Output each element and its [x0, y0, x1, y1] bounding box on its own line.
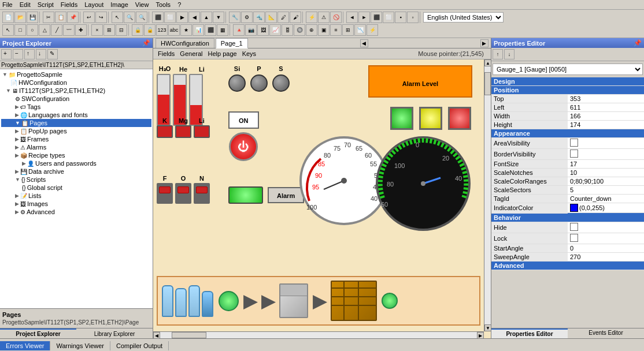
tb-b13[interactable]: ⚡	[306, 12, 317, 23]
prop-height-value[interactable]: 174	[568, 121, 644, 129]
tb2-b5[interactable]: ╱	[51, 24, 62, 36]
pe-btn4[interactable]: ↓	[36, 49, 46, 59]
language-select[interactable]: English (United States)	[423, 12, 504, 23]
vscroll-down[interactable]: ▼	[484, 324, 491, 331]
hscroll-left[interactable]: ◀	[153, 332, 160, 338]
tb-b8[interactable]: ⚙	[241, 12, 253, 23]
menu-image[interactable]: Image	[110, 1, 128, 8]
tb2-b15[interactable]: ★	[180, 24, 192, 36]
tree-global[interactable]: {} Global script	[1, 184, 151, 192]
bottom-tab-compiler[interactable]: Compiler Output	[110, 341, 169, 350]
tb-b18[interactable]: ⬛	[371, 12, 382, 23]
prop-startangle-value[interactable]: 0	[568, 244, 644, 252]
tb2-b20[interactable]: 📷	[245, 24, 257, 36]
general-link[interactable]: General	[177, 50, 205, 58]
tb-b6[interactable]: ▼	[213, 12, 224, 23]
prop-scalenotches-value[interactable]: 10	[568, 169, 644, 177]
knob-si[interactable]	[228, 74, 246, 92]
tab-nav-right[interactable]: ▶	[480, 39, 488, 47]
tb2-b10[interactable]: ⊟	[116, 24, 127, 36]
tb2-b27[interactable]: ≡	[330, 24, 342, 36]
power-button[interactable]: ⏻	[229, 132, 258, 161]
prop-scalesectors-value[interactable]: 5	[568, 186, 644, 195]
hscroll-track[interactable]	[160, 332, 477, 338]
prop-lock-value[interactable]	[568, 233, 644, 244]
tree-langfonts[interactable]: ▶ 🌐 Languages and fonts	[1, 111, 151, 119]
prop-areavis-value[interactable]	[568, 138, 644, 149]
tb-b9[interactable]: 🔩	[253, 12, 265, 23]
tree-popup[interactable]: ▶ 📋 PopUp pages	[1, 127, 151, 135]
fields-link[interactable]: Fields	[156, 50, 177, 58]
tree-scripts[interactable]: ▼ {} Scripts	[1, 176, 151, 184]
tb2-b4[interactable]: △	[39, 24, 50, 36]
tb2-b13[interactable]: 123	[156, 24, 168, 36]
hw-btn-mg[interactable]	[175, 125, 191, 138]
tb2-b9[interactable]: ⊞	[103, 24, 115, 36]
menu-edit[interactable]: Edit	[20, 1, 31, 8]
tb-b19[interactable]: ⬜	[383, 12, 394, 23]
tb-copy[interactable]: 📋	[55, 12, 66, 23]
prop-top-value[interactable]: 353	[568, 95, 644, 103]
ind-light-green[interactable]	[390, 107, 413, 130]
tb-paste[interactable]: 📌	[67, 12, 79, 23]
tb2-b2[interactable]: □	[14, 24, 26, 36]
toggle-n[interactable]	[194, 183, 210, 204]
indicator-color-box[interactable]	[570, 204, 578, 212]
tree-frames[interactable]: ▶ 🖼 Frames	[1, 135, 151, 143]
props-object-select[interactable]: Gauge_1 [Gauge] [0050]	[493, 64, 643, 75]
tab-nav-left[interactable]: ◀	[360, 39, 368, 47]
tb2-b24[interactable]: 🔘	[294, 24, 305, 36]
tree-advanced[interactable]: ▶ ⚙ Advanced	[1, 208, 151, 216]
tb-save[interactable]: 💾	[27, 12, 38, 23]
tb-zoom-out[interactable]: 🔍	[136, 12, 147, 23]
menu-tools[interactable]: Tools	[156, 1, 171, 8]
tb2-b25[interactable]: ⊕	[306, 24, 317, 36]
prop-scalecolorranges-value[interactable]: 0;80;90;100	[568, 177, 644, 186]
tab-library-explorer[interactable]: Library Explorer	[76, 328, 153, 338]
helppage-link[interactable]: Help page	[205, 50, 239, 58]
tb2-b22[interactable]: 📈	[269, 24, 281, 36]
tree-hwconfig[interactable]: 📄 HWConfiguration	[1, 79, 151, 87]
ind-light-red[interactable]	[448, 107, 471, 130]
hscroll-thumb[interactable]	[172, 332, 206, 338]
tb-b2[interactable]: ⬜	[164, 12, 176, 23]
lock-checkbox[interactable]	[570, 234, 578, 242]
knob-s[interactable]	[272, 74, 290, 92]
pe-btn2[interactable]: −	[13, 49, 23, 59]
prop-width-value[interactable]: 166	[568, 112, 644, 121]
prop-tagid-value[interactable]: Counter_down	[568, 195, 644, 203]
menu-view[interactable]: View	[135, 1, 149, 8]
tree-data[interactable]: ▶ 💾 Data archive	[1, 167, 151, 176]
tb-b4[interactable]: ◀	[188, 12, 200, 23]
hscroll-right[interactable]: ▶	[477, 332, 484, 338]
tb2-b26[interactable]: ▣	[318, 24, 330, 36]
menu-file[interactable]: File	[2, 1, 13, 8]
prop-indicatorcolor-value[interactable]: (0,0,255)	[568, 203, 644, 213]
tb2-b21[interactable]: 🖼	[257, 24, 269, 36]
pe-btn5[interactable]: ✎	[47, 49, 58, 59]
prop-hide-value[interactable]	[568, 222, 644, 233]
tb2-b8[interactable]: ×	[91, 24, 103, 36]
tb-cut[interactable]: ✂	[43, 12, 54, 23]
menu-layout[interactable]: Layout	[84, 1, 103, 8]
tb2-b23[interactable]: 🎛	[282, 24, 293, 36]
tree-it112[interactable]: ▼ 🖥 IT112T(SP1,SP2,ETH1,ETH2)	[1, 87, 151, 95]
toggle-o[interactable]	[175, 183, 191, 204]
tb-b17[interactable]: ►	[358, 12, 370, 23]
tb2-b14[interactable]: abc	[168, 24, 180, 36]
prop-fontsize-value[interactable]: 17	[568, 160, 644, 169]
prop-left-value[interactable]: 611	[568, 103, 644, 112]
bottom-tab-warnings[interactable]: Warnings Viewer	[50, 341, 110, 350]
tb-redo[interactable]: ↪	[95, 12, 107, 23]
tree-images[interactable]: ▶ 🖼 Images	[1, 200, 151, 208]
tree-users[interactable]: ▶ 👤 Users and passwords	[1, 159, 151, 167]
canvas-area[interactable]: Alarm Level H₂O He Li	[153, 59, 491, 338]
prop-sweepangle-value[interactable]: 270	[568, 252, 644, 261]
hide-checkbox[interactable]	[570, 223, 578, 231]
vscroll-up[interactable]: ▲	[484, 59, 491, 66]
ind-light-yellow[interactable]	[419, 107, 442, 130]
tb2-b18[interactable]: ▦	[217, 24, 228, 36]
tb-b16[interactable]: ◄	[346, 12, 358, 23]
toggle-f[interactable]	[157, 183, 173, 204]
bottom-tab-errors[interactable]: Errors Viewer	[0, 341, 50, 350]
